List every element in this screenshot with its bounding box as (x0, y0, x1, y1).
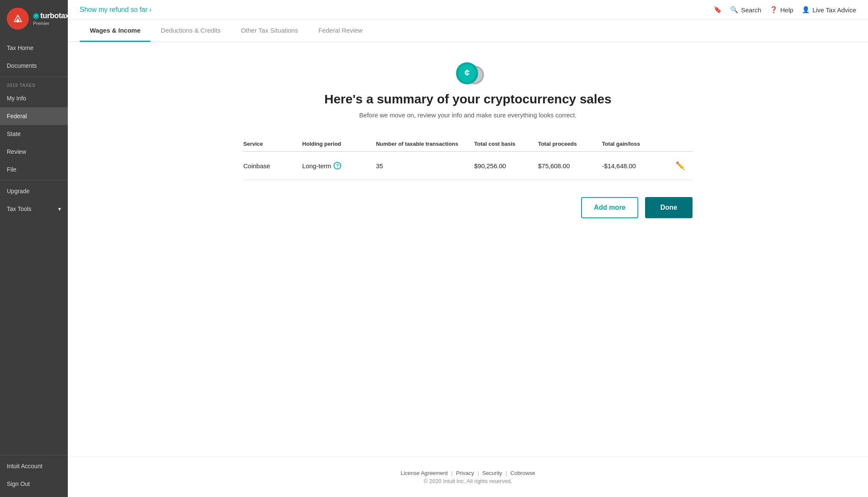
col-header-action (676, 141, 693, 147)
cell-cost-basis: $90,256.00 (474, 162, 538, 169)
search-label: Search (741, 6, 761, 14)
search-icon: 🔍 (730, 6, 738, 14)
footer-link-license[interactable]: License Agreement (401, 470, 448, 476)
sidebar-item-intuit-account[interactable]: Intuit Account (0, 457, 68, 475)
table-header-row: Service Holding period Number of taxable… (243, 136, 693, 152)
tax-tools-label: Tax Tools (7, 205, 31, 212)
bookmark-icon: 🔖 (714, 6, 722, 14)
search-button[interactable]: 🔍 Search (730, 6, 761, 14)
tabs-bar: Wages & Income Deductions & Credits Othe… (68, 20, 868, 42)
refund-link[interactable]: Show my refund so far › (80, 6, 151, 14)
summary-table: Service Holding period Number of taxable… (243, 136, 693, 180)
sidebar-item-upgrade[interactable]: Upgrade (0, 182, 68, 200)
footer-link-security[interactable]: Security (482, 470, 502, 476)
page-content: ¢ Here's a summary of your cryptocurrenc… (68, 42, 868, 457)
footer: License Agreement | Privacy | Security |… (68, 457, 868, 497)
sidebar-item-tax-home[interactable]: Tax Home (0, 39, 68, 57)
col-header-gainloss: Total gain/loss (602, 141, 676, 147)
tab-wages-income[interactable]: Wages & Income (80, 20, 150, 42)
sidebar: ✓ turbotax Premier Tax Home Documents 20… (0, 0, 68, 497)
page-subtitle: Before we move on, review your info and … (359, 111, 577, 119)
sidebar-item-documents[interactable]: Documents (0, 57, 68, 75)
sidebar-item-sign-out[interactable]: Sign Out (0, 475, 68, 493)
live-tax-advice-button[interactable]: 👤 Live Tax Advice (802, 6, 856, 14)
sidebar-item-review[interactable]: Review (0, 143, 68, 161)
svg-text:¢: ¢ (465, 67, 470, 78)
brand: ✓ turbotax Premier (33, 11, 68, 26)
turbotax-tier: Premier (33, 21, 68, 26)
help-button[interactable]: ❓ Help (770, 6, 793, 14)
turbotax-logo-text: turbotax (40, 11, 68, 20)
cell-proceeds: $75,608.00 (538, 162, 602, 169)
col-header-service: Service (243, 141, 302, 147)
help-label: Help (780, 6, 793, 14)
help-icon: ❓ (770, 6, 778, 14)
intuit-check-icon: ✓ (33, 13, 39, 19)
col-header-transactions: Number of taxable transactions (376, 141, 474, 147)
sidebar-item-my-info[interactable]: My Info (0, 89, 68, 107)
svg-point-0 (17, 20, 19, 22)
tab-federal-review[interactable]: Federal Review (308, 20, 373, 42)
col-header-proceeds: Total proceeds (538, 141, 602, 147)
footer-link-cobrowse[interactable]: Cobrowse (510, 470, 535, 476)
sidebar-item-tax-tools[interactable]: Tax Tools ▾ (0, 200, 68, 218)
logo-circle (7, 8, 29, 30)
main-content: Show my refund so far › 🔖 🔍 Search ❓ Hel… (68, 0, 868, 497)
sidebar-item-federal[interactable]: Federal (0, 107, 68, 125)
logo-area: ✓ turbotax Premier (0, 0, 68, 36)
live-tax-label: Live Tax Advice (812, 6, 856, 14)
bookmark-button[interactable]: 🔖 (714, 6, 722, 14)
cell-gain-loss: -$14,648.00 (602, 162, 676, 169)
add-more-button[interactable]: Add more (581, 197, 638, 218)
footer-links: License Agreement | Privacy | Security |… (81, 470, 855, 476)
sidebar-bottom: Intuit Account Sign Out (0, 449, 68, 497)
cell-service: Coinbase (243, 162, 302, 169)
sidebar-item-state[interactable]: State (0, 125, 68, 143)
tab-deductions-credits[interactable]: Deductions & Credits (150, 20, 231, 42)
done-button[interactable]: Done (645, 197, 693, 218)
sidebar-section-label: 2019 TAXES (0, 78, 68, 89)
col-header-holding: Holding period (302, 141, 376, 147)
holding-period-text: Long-term (302, 162, 331, 169)
footer-link-privacy[interactable]: Privacy (456, 470, 474, 476)
chevron-right-icon: › (149, 6, 151, 14)
topbar-actions: 🔖 🔍 Search ❓ Help 👤 Live Tax Advice (714, 6, 856, 14)
refund-link-text: Show my refund so far (80, 6, 147, 14)
live-tax-icon: 👤 (802, 6, 810, 14)
chevron-down-icon: ▾ (58, 205, 61, 212)
col-header-cost-basis: Total cost basis (474, 141, 538, 147)
tab-other-tax-situations[interactable]: Other Tax Situations (231, 20, 308, 42)
topbar: Show my refund so far › 🔖 🔍 Search ❓ Hel… (68, 0, 868, 20)
sidebar-nav: Tax Home Documents 2019 TAXES My Info Fe… (0, 36, 68, 449)
page-title: Here's a summary of your cryptocurrency … (324, 92, 611, 106)
cell-transactions: 35 (376, 162, 474, 169)
crypto-icon: ¢ (453, 59, 483, 84)
table-row: Coinbase Long-term ? 35 $90,256.00 $75,6… (243, 152, 693, 180)
footer-copyright: © 2020 Intuit Inc. All rights reserved. (81, 478, 855, 484)
holding-period-help-icon[interactable]: ? (334, 162, 341, 169)
action-buttons: Add more Done (243, 197, 693, 218)
sidebar-item-file[interactable]: File (0, 161, 68, 178)
edit-row-icon[interactable]: ✏️ (676, 161, 685, 170)
cell-holding-period: Long-term ? (302, 162, 376, 169)
crypto-header: ¢ Here's a summary of your cryptocurrenc… (324, 59, 611, 119)
